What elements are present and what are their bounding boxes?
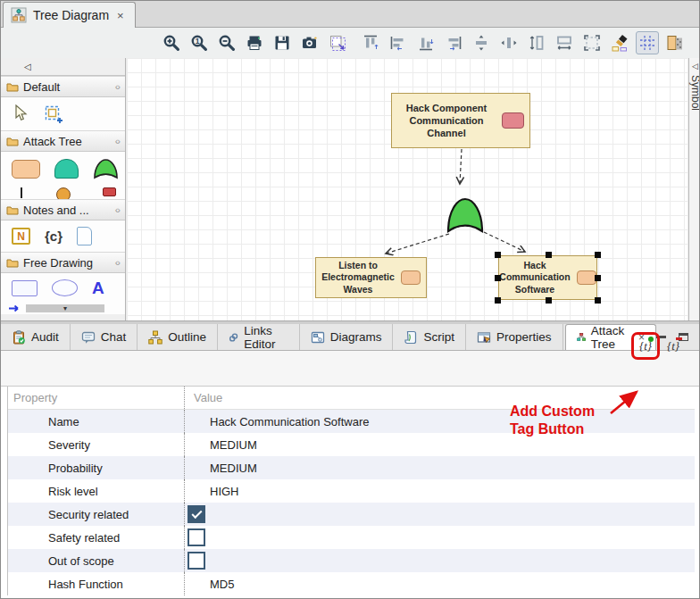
palette-collapse-button[interactable]: ◁ [1, 58, 125, 76]
format-painter-button[interactable] [608, 31, 631, 54]
property-value[interactable]: MEDIUM [184, 456, 695, 479]
match-width-button[interactable] [553, 31, 576, 54]
zoom-out-button[interactable] [215, 31, 238, 54]
folder-icon [6, 258, 19, 268]
zoom-actual-size-button[interactable]: 1 [188, 31, 211, 54]
selection-handle[interactable] [595, 252, 601, 258]
tab-outline[interactable]: Outline [138, 324, 218, 350]
save-button[interactable] [271, 31, 294, 54]
toggle-grid-button[interactable] [636, 31, 659, 54]
grid-icon [638, 34, 656, 52]
attack-node-root[interactable]: Hack Component Communication Channel [391, 93, 530, 148]
editor-tab-close-icon[interactable]: × [117, 9, 124, 22]
diagram-canvas[interactable]: Hack Component Communication Channel Lis… [127, 58, 688, 320]
align-top-icon [362, 34, 379, 52]
palette-scroll-indicator[interactable]: ▾ [1, 303, 125, 314]
table-row-out-of-scope[interactable]: Out of scope [8, 549, 695, 572]
palette-section-notes[interactable]: Notes and ... ‹› [1, 199, 125, 220]
table-row-probability[interactable]: Probability MEDIUM [8, 456, 695, 479]
center-vertically-button[interactable] [470, 31, 493, 54]
print-button[interactable] [243, 31, 266, 54]
selection-handle[interactable] [546, 297, 552, 304]
select-tool[interactable] [12, 104, 29, 123]
zoom-out-icon [218, 34, 236, 52]
collapse-left-icon[interactable]: ◁ [692, 62, 698, 71]
selection-handle[interactable] [495, 297, 501, 304]
attack-node-listen[interactable]: Listen to Electromagnetic Waves [315, 257, 427, 298]
tab-audit[interactable]: Audit [1, 324, 71, 350]
attack-node-hack-software[interactable]: Hack Communication Software [498, 255, 597, 300]
rectangle-tool[interactable] [12, 280, 38, 296]
property-label: Severity [8, 438, 184, 452]
note-tool[interactable]: N [12, 228, 30, 245]
remove-custom-tag-button[interactable]: {t} [662, 337, 684, 356]
screenshot-button[interactable] [298, 31, 321, 54]
annotation-text: Add Custom Tag Button [510, 403, 595, 438]
selection-handle[interactable] [595, 297, 601, 304]
tab-properties[interactable]: Properties [466, 324, 563, 350]
selection-handle[interactable] [546, 252, 552, 258]
column-header-value[interactable]: Value [184, 387, 695, 409]
property-value[interactable]: MEDIUM [184, 433, 695, 456]
tab-diagrams[interactable]: Diagrams [300, 324, 394, 350]
tab-chat[interactable]: Chat [71, 324, 138, 350]
symbol-panel-rail[interactable]: ◁ Symbol [688, 58, 700, 320]
safety-related-checkbox[interactable] [188, 528, 205, 546]
out-of-scope-checkbox[interactable] [188, 552, 205, 570]
tab-label: Outline [168, 330, 206, 344]
property-value[interactable]: HIGH [184, 479, 695, 503]
selection-handle[interactable] [495, 252, 501, 258]
tab-links-editor[interactable]: Links Editor [218, 324, 300, 350]
tab-script[interactable]: Script [393, 324, 466, 350]
chat-icon [81, 330, 96, 345]
text-tool[interactable]: A [92, 279, 104, 296]
table-row-safety-related[interactable]: Safety related [8, 526, 695, 549]
palette-section-attack-tree[interactable]: Attack Tree ‹› [1, 130, 125, 152]
bottom-tab-bar: Audit Chat Outline Links Editor Diagrams… [1, 324, 700, 351]
tab-tree-diagram[interactable]: Tree Diagram × [3, 2, 136, 28]
align-right-button[interactable] [442, 31, 465, 54]
property-value[interactable]: Hack Communication Software [184, 410, 695, 433]
scroll-down-icon[interactable]: ▾ [26, 304, 104, 312]
document-tool[interactable] [77, 227, 92, 245]
event-tool[interactable] [56, 187, 71, 199]
constraint-tool[interactable]: {c} [45, 229, 62, 244]
node-severity-badge[interactable] [577, 270, 596, 285]
and-gate-tool[interactable] [54, 159, 79, 179]
column-header-property[interactable]: Property [8, 391, 184, 404]
align-bottom-button[interactable] [414, 31, 438, 54]
or-gate-tool[interactable] [93, 158, 119, 179]
connection-tool[interactable] [21, 187, 22, 198]
palette-pin-icon[interactable]: ‹› [115, 257, 120, 268]
palette-pin-icon[interactable]: ‹› [115, 204, 120, 215]
marquee-tool[interactable] [43, 104, 64, 124]
marquee-add-icon [43, 104, 64, 124]
table-row-risk-level[interactable]: Risk level HIGH [8, 479, 695, 503]
selection-handle[interactable] [595, 275, 601, 281]
editor-body: ◁ Default ‹› Attack Tree ‹› [1, 58, 700, 320]
selection-handle[interactable] [495, 275, 501, 281]
property-value[interactable]: MD5 [184, 572, 695, 595]
center-horizontally-button[interactable] [497, 31, 521, 54]
node-severity-badge[interactable] [401, 270, 421, 285]
or-gate-shape[interactable] [446, 196, 485, 234]
marquee-zoom-button[interactable] [326, 31, 349, 54]
ellipse-tool[interactable] [52, 279, 78, 296]
zoom-in-button[interactable] [160, 31, 183, 54]
table-row-security-related[interactable]: Security related [8, 503, 695, 526]
align-top-button[interactable] [359, 31, 382, 54]
node-severity-badge[interactable] [502, 112, 524, 129]
match-height-button[interactable] [525, 31, 548, 54]
stamp-tool[interactable] [103, 187, 116, 196]
security-related-checkbox[interactable] [188, 505, 205, 523]
palette-section-free-drawing[interactable]: Free Drawing ‹› [1, 252, 125, 273]
palette-section-default[interactable]: Default ‹› [1, 76, 125, 97]
align-left-button[interactable] [387, 31, 410, 54]
palette-section-label: Notes and ... [23, 204, 89, 217]
attack-node-tool[interactable] [12, 160, 40, 179]
crop-region-button[interactable] [580, 31, 604, 54]
table-row-hash-function[interactable]: Hash Function MD5 [8, 572, 695, 595]
palette-pin-icon[interactable]: ‹› [115, 136, 120, 146]
palette-view-button[interactable] [663, 31, 687, 54]
palette-pin-icon[interactable]: ‹› [115, 81, 120, 92]
